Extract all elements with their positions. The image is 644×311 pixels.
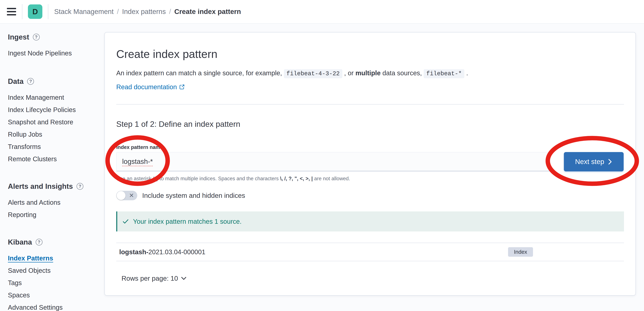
toggle-knob [116,191,126,200]
menu-hamburger-icon[interactable] [7,8,16,15]
breadcrumb-separator: / [169,8,171,15]
help-icon[interactable]: ? [27,78,34,85]
page-title: Create index pattern [116,47,624,60]
helper-suffix: are not allowed. [313,176,350,181]
breadcrumb-stack-management[interactable]: Stack Management [54,8,114,15]
success-callout-message: Your index pattern matches 1 source. [133,218,242,225]
index-pattern-form-row: logstash-* Next step [116,152,624,171]
include-hidden-indices-label: Include system and hidden indices [142,192,245,199]
matched-index-name-suffix: 2021.03.04-000001 [148,248,206,256]
include-hidden-indices-toggle[interactable]: ✕ [116,191,137,200]
sidebar-item-remote-clusters[interactable]: Remote Clusters [8,153,100,165]
app-header: D Stack Management / Index patterns / Cr… [0,0,644,24]
check-icon [122,218,129,225]
sidebar-item-reporting[interactable]: Reporting [8,209,100,221]
code-example-single: filebeat-4-3-22 [284,69,342,78]
index-pattern-input-value: logstash-* [122,158,153,166]
description-part: . [464,69,468,77]
chevron-down-icon [181,277,186,280]
section-divider [116,104,624,104]
index-type-badge: Index [508,247,533,257]
header-divider [48,4,48,19]
next-step-label: Next step [575,158,604,166]
matching-sources-table-row: logstash-2021.03.04-000001 Index [116,243,624,261]
sidebar-section-ingest: Ingest ? Ingest Node Pipelines [8,32,100,59]
success-callout: Your index pattern matches 1 source. [116,211,624,232]
rows-per-page-label: Rows per page: 10 [122,275,178,282]
sidebar-item-index-management[interactable]: Index Management [8,91,100,104]
matched-index-name-prefix: logstash- [119,248,148,256]
description-part: An index pattern can match a single sour… [116,69,284,77]
code-example-wildcard: filebeat-* [424,69,464,78]
sidebar-section-title: Data [8,77,24,85]
step-heading: Step 1 of 2: Define an index pattern [116,119,624,129]
breadcrumb-index-patterns[interactable]: Index patterns [122,8,166,15]
description-part: data sources, [380,69,424,77]
sidebar-section-data: Data ? Index Management Index Lifecycle … [8,76,100,165]
breadcrumb-separator: / [117,8,119,15]
toggle-off-x-icon: ✕ [129,193,134,199]
breadcrumb-create-index-pattern: Create index pattern [174,8,241,15]
external-link-icon [179,84,185,90]
input-helper-text: Use an asterisk (*) to match multiple in… [116,175,624,182]
description-text: An index pattern can match a single sour… [116,68,624,79]
sidebar-item-alerts-and-actions[interactable]: Alerts and Actions [8,196,100,209]
header-divider [22,4,22,19]
read-documentation-link[interactable]: Read documentation [116,82,185,92]
space-avatar[interactable]: D [28,4,42,19]
help-icon[interactable]: ? [76,183,84,190]
sidebar-item-advanced-settings[interactable]: Advanced Settings [8,301,100,311]
sidebar-item-saved-objects[interactable]: Saved Objects [8,265,100,277]
sidebar-item-spaces[interactable]: Spaces [8,289,100,301]
sidebar-section-title: Alerts and Insights [8,182,73,190]
helper-prefix: Use an asterisk (*) to match multiple in… [116,176,280,181]
include-hidden-indices-row: ✕ Include system and hidden indices [116,191,624,200]
breadcrumb: Stack Management / Index patterns / Crea… [54,8,241,15]
rows-per-page-dropdown[interactable]: Rows per page: 10 [116,274,186,283]
sidebar-item-transforms[interactable]: Transforms [8,141,100,153]
sidebar-section-alerts-and-insights: Alerts and Insights ? Alerts and Actions… [8,181,100,221]
matched-index-name: logstash-2021.03.04-000001 [119,248,206,256]
index-pattern-name-label: Index pattern name [116,144,624,150]
sidebar-item-rollup-jobs[interactable]: Rollup Jobs [8,128,100,141]
sidebar-section-title: Ingest [8,33,29,41]
description-part: , or [342,69,356,77]
helper-forbidden-chars: \, /, ?, ", <, >, | [280,176,313,181]
sidebar-section-title: Kibana [8,238,32,246]
sidebar-item-snapshot-and-restore[interactable]: Snapshot and Restore [8,116,100,128]
sidebar-item-index-patterns[interactable]: Index Patterns [8,252,100,265]
sidebar-item-ingest-node-pipelines[interactable]: Ingest Node Pipelines [8,47,100,59]
sidebar-section-kibana: Kibana ? Index Patterns Saved Objects Ta… [8,237,100,311]
help-icon[interactable]: ? [36,239,42,246]
next-step-button[interactable]: Next step [564,152,624,171]
create-index-pattern-panel: Create index pattern An index pattern ca… [104,32,636,296]
sidebar-item-tags[interactable]: Tags [8,277,100,289]
index-pattern-name-input[interactable]: logstash-* [116,152,550,171]
description-emphasis: multiple [356,69,380,77]
read-documentation-label: Read documentation [116,82,177,92]
help-icon[interactable]: ? [33,34,40,40]
chevron-right-icon [608,159,612,165]
sidebar-item-index-lifecycle-policies[interactable]: Index Lifecycle Policies [8,104,100,116]
